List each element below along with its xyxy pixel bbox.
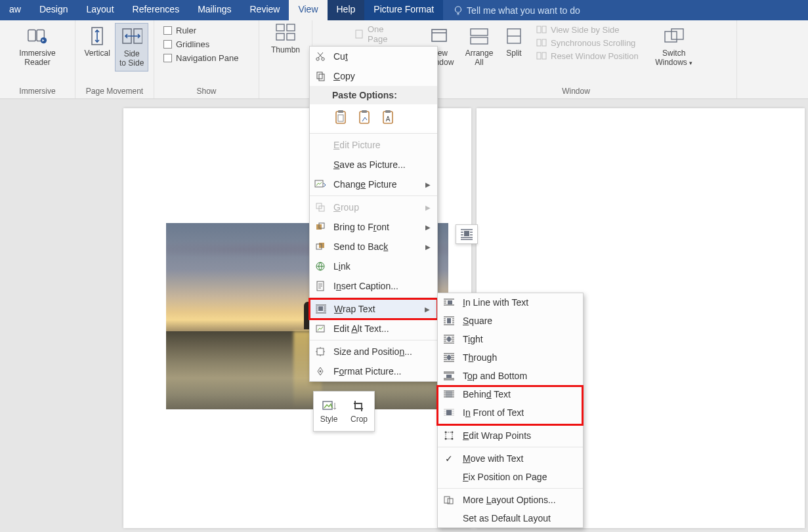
svg-rect-8: [287, 24, 295, 31]
gridlines-checkbox[interactable]: Gridlines: [163, 39, 238, 49]
arrange-all-button[interactable]: Arrange All: [460, 23, 498, 70]
svg-rect-13: [471, 29, 488, 35]
vertical-button[interactable]: Vertical: [81, 23, 114, 61]
svg-rect-16: [537, 26, 541, 33]
topbot-wrap-icon: [442, 370, 456, 382]
ctx-insert-caption[interactable]: Insert Caption...: [310, 276, 437, 296]
svg-point-59: [445, 432, 447, 434]
reset-window-button: Reset Window Position: [536, 51, 639, 61]
ctx-wrap-text[interactable]: Wrap Text▶: [310, 299, 437, 319]
wrap-fix-position[interactable]: Fix Position on Page: [438, 468, 583, 486]
tab-help[interactable]: Help: [328, 0, 365, 20]
ctx-copy[interactable]: Copy: [310, 66, 437, 86]
side-to-side-button[interactable]: Side to Side: [115, 23, 148, 72]
tab-view[interactable]: View: [289, 0, 327, 20]
ctx-link[interactable]: Link: [310, 256, 437, 276]
crop-icon: [352, 399, 366, 413]
svg-point-54: [447, 355, 451, 360]
group-label-page-movement: Page Movement: [81, 87, 148, 97]
ctx-cut[interactable]: Cut: [310, 47, 437, 66]
wrap-inline[interactable]: In Line with Text: [438, 293, 583, 312]
style-button[interactable]: Style: [314, 392, 344, 431]
group-icon: [312, 201, 328, 214]
ctx-change-picture[interactable]: Change Picture▶: [310, 174, 437, 194]
svg-rect-20: [537, 52, 541, 59]
infront-icon: [442, 407, 456, 419]
svg-rect-1: [28, 30, 35, 41]
svg-rect-24: [464, 231, 469, 236]
svg-rect-11: [356, 30, 362, 38]
tab-review[interactable]: Review: [241, 0, 289, 20]
split-button[interactable]: Split: [500, 23, 528, 61]
wrap-edit-points[interactable]: Edit Wrap Points: [438, 426, 583, 445]
svg-rect-55: [446, 375, 452, 378]
check-icon: ✓: [442, 453, 456, 464]
tab-mailings[interactable]: Mailings: [188, 0, 240, 20]
wrap-behind-text[interactable]: Behind Text: [438, 385, 583, 403]
paste-option-3[interactable]: A: [379, 108, 396, 127]
svg-rect-7: [276, 24, 284, 31]
wrap-more-layout-options[interactable]: More Layout Options...: [438, 491, 583, 509]
tell-me[interactable]: Tell me what you want to do: [443, 0, 580, 20]
tab-design[interactable]: Design: [30, 0, 77, 20]
wrap-through[interactable]: Through: [438, 348, 583, 367]
svg-text:A: A: [386, 115, 391, 123]
copy-icon: [312, 70, 328, 83]
size-icon: [312, 345, 328, 358]
paste-option-2[interactable]: [356, 108, 373, 127]
thumbnails-button[interactable]: Thumbn: [271, 45, 300, 54]
svg-point-61: [445, 438, 447, 440]
svg-rect-14: [471, 37, 488, 44]
svg-rect-29: [319, 74, 324, 81]
scissors-icon: [312, 50, 328, 63]
ctx-size-position[interactable]: Size and Position...: [310, 342, 437, 361]
wrap-tight[interactable]: Tight: [438, 330, 583, 348]
ruler-checkbox[interactable]: Ruler: [163, 26, 238, 35]
svg-point-50: [320, 371, 322, 373]
svg-rect-57: [446, 410, 452, 415]
group-label-window: Window: [421, 87, 731, 97]
svg-rect-63: [444, 497, 450, 503]
sync-icon: [536, 37, 547, 48]
bring-front-icon: [312, 220, 328, 234]
ctx-format-picture[interactable]: Format Picture...: [310, 361, 437, 381]
ctx-bring-to-front[interactable]: Bring to Front▶: [310, 217, 437, 237]
vertical-page-icon: [87, 26, 108, 47]
link-icon: [312, 260, 328, 273]
wrap-move-with-text[interactable]: ✓Move with Text: [438, 449, 583, 468]
inline-icon: [442, 297, 456, 308]
crop-button[interactable]: Crop: [344, 392, 374, 431]
side-to-side-icon: [121, 26, 142, 47]
wrap-in-front-of-text[interactable]: In Front of Text: [438, 403, 583, 422]
ctx-save-as-picture[interactable]: Save as Picture...: [310, 155, 437, 174]
ctx-edit-picture: Edit Picture: [310, 135, 437, 155]
svg-rect-17: [542, 26, 546, 33]
ctx-send-to-back[interactable]: Send to Back▶: [310, 237, 437, 256]
wrap-top-bottom[interactable]: Top and Bottom: [438, 367, 583, 385]
paste-option-1[interactable]: [332, 108, 349, 127]
lightbulb-icon: [450, 5, 467, 16]
sync-scroll-button: Synchronous Scrolling: [536, 37, 639, 48]
svg-rect-28: [317, 72, 322, 79]
svg-point-60: [452, 432, 454, 434]
tab-references[interactable]: References: [123, 0, 189, 20]
svg-point-62: [452, 438, 454, 440]
square-wrap-icon: [442, 315, 456, 327]
switch-windows-button[interactable]: Switch Windows ▾: [650, 23, 698, 70]
group-label-show: Show: [159, 87, 253, 97]
tab-layout[interactable]: Layout: [77, 0, 123, 20]
svg-point-0: [456, 7, 461, 12]
wrap-set-default[interactable]: Set as Default Layout: [438, 509, 583, 527]
ctx-edit-alt-text[interactable]: Edit Alt Text...: [310, 319, 437, 338]
layout-options-button[interactable]: [456, 224, 478, 244]
svg-point-53: [447, 337, 451, 342]
navpane-checkbox[interactable]: Navigation Pane: [163, 53, 238, 63]
wrap-square[interactable]: Square: [438, 312, 583, 330]
immersive-reader-button[interactable]: Immersive Reader: [5, 23, 70, 70]
svg-rect-32: [338, 115, 343, 121]
svg-point-26: [316, 58, 319, 60]
split-icon: [503, 26, 524, 47]
tab-draw[interactable]: aw: [0, 0, 30, 20]
tell-me-label: Tell me what you want to do: [467, 5, 580, 16]
tab-picture-format[interactable]: Picture Format: [364, 0, 443, 20]
